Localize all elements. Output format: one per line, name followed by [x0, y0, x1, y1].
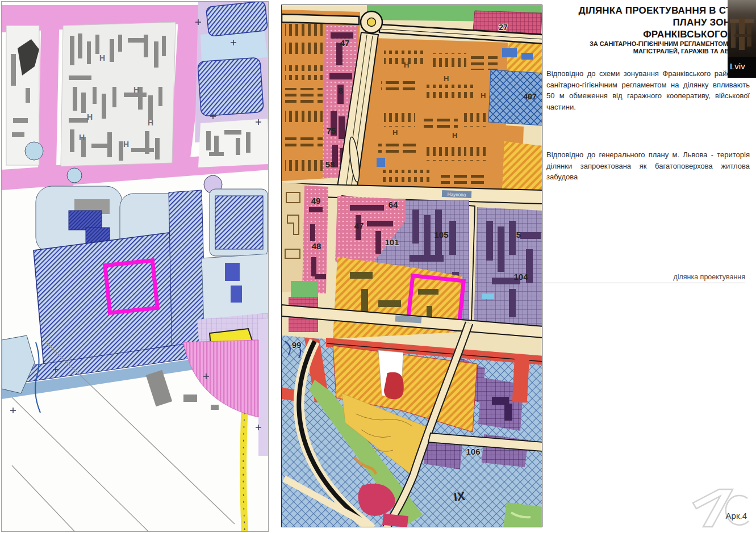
right-map: 47 8 75 58 27 [281, 5, 542, 527]
area-number-101: 101 [385, 237, 399, 247]
area-number-99: 99 [292, 340, 302, 350]
building-letter: Н [123, 140, 129, 149]
slide-title-line: ДІЛЯНКА ПРОЕКТУВАННЯ В СТРУК [542, 5, 750, 16]
zone-mark-IX: ІХ [453, 489, 466, 503]
paragraph-general-plan: Відповідно до генерального плану м. Льво… [546, 149, 750, 183]
building-letter: Н [99, 53, 105, 62]
svg-text:Наукова: Наукова [447, 191, 466, 198]
area-number-47b: 47 [354, 221, 364, 230]
left-map-canvas: Н Н Н Н Н Н [2, 2, 269, 532]
area-number-49: 49 [311, 196, 321, 205]
left-map-topright-zone [195, 2, 269, 167]
slide-title-block: ДІЛЯНКА ПРОЕКТУВАННЯ В СТРУК ПЛАНУ ЗОНУВ… [542, 5, 750, 55]
building-letter: Н [452, 131, 457, 140]
building-letter: Н [148, 118, 153, 127]
slide-subtitle-line: МАГІСТРАЛЕЙ, ГАРАЖІВ ТА АВТОСТО [542, 48, 750, 55]
webcam-tile: Lviv [728, 0, 756, 78]
area-number-107: 407 [523, 92, 537, 101]
area-number-27: 27 [499, 23, 508, 32]
building-letter: Н [133, 85, 139, 94]
right-map-bottom-section: 99 106 [282, 323, 542, 527]
pond [25, 142, 43, 160]
right-map-canvas: 47 8 75 58 27 [282, 5, 542, 527]
area-number-105: 105 [434, 230, 448, 240]
street-label: Наукова [442, 190, 471, 198]
building-letter: Н [87, 112, 93, 121]
slide-subtitle-line: ЗА САНІТАРНО-ГІГІЄНІЧНИМ РЕГЛАМЕНТОМ ТА … [542, 40, 750, 48]
project-site-callout: ділянка проектування [544, 271, 745, 283]
slide-root: Н Н Н Н Н Н [0, 0, 756, 533]
sheet-number: Арк.4 [726, 511, 747, 521]
project-site-callout-label: ділянка проектування [673, 273, 745, 281]
building-letter: Н [444, 74, 449, 83]
area-number-75: 75 [327, 126, 336, 136]
area-number-64: 64 [389, 200, 398, 209]
webcam-name-label: Lviv [730, 61, 745, 71]
area-number-8: 8 [339, 86, 343, 95]
area-number-47a: 47 [340, 38, 350, 48]
right-map-east-purple-zone: 5 104 [474, 207, 542, 334]
area-number-106: 106 [466, 447, 480, 456]
left-map-residential-quarter: Н Н Н Н Н Н [61, 22, 176, 166]
area-number-5: 5 [516, 230, 521, 240]
pond [67, 168, 82, 183]
slide-title-line: ФРАНКІВСЬКОГО РАЙ [542, 28, 750, 40]
watermark-logo [688, 484, 752, 531]
left-map: Н Н Н Н Н Н [1, 1, 269, 532]
building-letter: Н [404, 61, 409, 69]
building-letter: Н [481, 91, 486, 100]
paragraph-sanitary-regulation: Відповідно до схеми зонування Франківськ… [546, 68, 750, 112]
building-letter: Н [79, 133, 85, 142]
building-letter: Н [392, 128, 398, 137]
area-number-48: 48 [312, 241, 321, 251]
area-number-58: 58 [325, 160, 335, 169]
area-number-104: 104 [513, 272, 528, 282]
slide-title-line: ПЛАНУ ЗОНУВА [542, 16, 750, 28]
